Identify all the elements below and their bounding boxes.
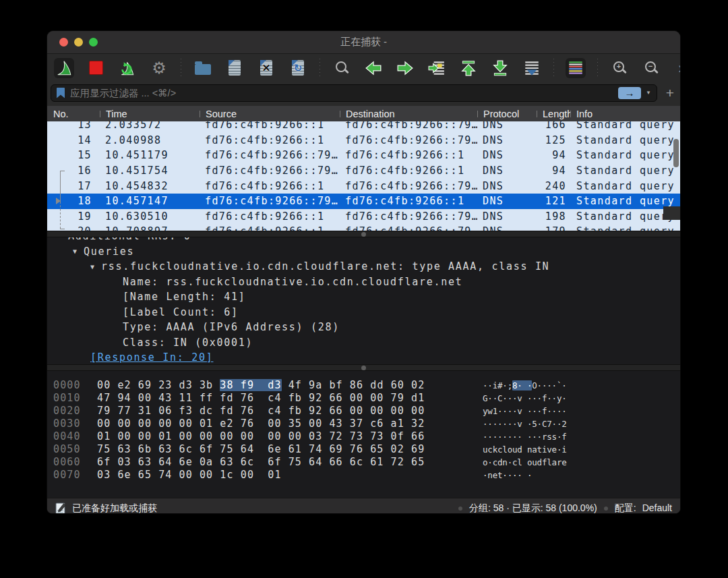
detail-tree-line[interactable]: ▼rss.fuckcloudnative.io.cdn.cloudflare.n… — [47, 259, 680, 274]
filter-input-box[interactable]: → ▼ — [51, 84, 657, 102]
column-header-time[interactable]: Time — [100, 109, 200, 119]
cell-dst: fd76:c4fb:9266::79… — [340, 121, 477, 131]
colorize-packets-button[interactable] — [566, 58, 586, 78]
cell-info: Standard query — [570, 180, 680, 192]
expander-triangle-icon[interactable]: ▼ — [73, 248, 77, 255]
column-header-length[interactable]: Length — [537, 109, 570, 119]
packet-row-18[interactable]: 1810.457147fd76:c4fb:9266::79…fd76:c4fb:… — [47, 194, 680, 209]
apply-filter-button[interactable]: → — [618, 87, 641, 99]
last-packet-button[interactable] — [490, 58, 510, 78]
find-packet-button[interactable] — [332, 58, 352, 78]
column-header-destination[interactable]: Destination — [340, 109, 477, 119]
colorize-icon — [567, 59, 584, 77]
add-filter-button[interactable]: + — [664, 86, 676, 100]
expert-info-notepad-icon[interactable] — [55, 502, 67, 515]
cell-proto: DNS — [477, 210, 537, 223]
close-document-icon: ✕ — [260, 60, 272, 76]
chevron-overflow-icon: » — [678, 60, 681, 76]
column-header-protocol[interactable]: Protocol — [477, 109, 537, 119]
detail-tree-line[interactable]: [Response In: 20] — [47, 350, 680, 364]
detail-tree-line[interactable]: Class: IN (0x0001) — [47, 335, 680, 351]
hex-offset: 0040 — [53, 430, 81, 442]
detail-tree-line[interactable]: ▼Queries — [47, 244, 680, 260]
cell-time: 10.451179 — [100, 149, 200, 161]
hex-dump-line-0000[interactable]: 000000 e2 69 23 d3 3b 38 f9 d3 4f 9a bf … — [47, 379, 680, 392]
restart-capture-button[interactable] — [117, 58, 138, 78]
column-header-info[interactable]: Info — [570, 109, 680, 119]
detail-text: rss.fuckcloudnative.io.cdn.cloudflare.ne… — [101, 260, 549, 272]
column-header-no[interactable]: No. — [47, 109, 100, 119]
detail-text: [Name Length: 41] — [123, 291, 245, 303]
packet-row-15[interactable]: 1510.451179fd76:c4fb:9266::79…fd76:c4fb:… — [47, 148, 680, 163]
detail-tree-line[interactable]: Type: AAAA (IPv6 Address) (28) — [47, 320, 680, 335]
cell-dst: fd76:c4fb:9266::1 — [340, 149, 477, 161]
packet-list-scrollbar-thumb[interactable] — [673, 139, 679, 167]
open-file-button[interactable] — [193, 58, 213, 78]
detail-text: [Label Count: 6] — [123, 306, 239, 318]
hex-dump-line-0050[interactable]: 005075 63 6b 63 6c 6f 75 64 6e 61 74 69 … — [47, 443, 680, 456]
detail-tree-line[interactable]: [Label Count: 6] — [47, 305, 680, 320]
previous-packet-button[interactable] — [363, 58, 384, 78]
column-header-source[interactable]: Source — [200, 109, 340, 119]
cell-dst: fd76:c4fb:9266::1 — [340, 165, 477, 177]
ascii-bytes: uckcloud native·i — [483, 444, 567, 455]
status-bar: 已准备好加载或捕获 分组: 58 · 已显示: 58 (100.0%) 配置: … — [47, 498, 680, 514]
toolbar-separator — [181, 59, 181, 78]
hex-dump-line-0070[interactable]: 007003 6e 65 74 00 00 1c 00 01·net···· · — [47, 469, 680, 482]
save-file-button[interactable] — [224, 58, 245, 78]
pane-splitter-bottom[interactable] — [47, 364, 680, 371]
display-filter-input[interactable] — [69, 87, 618, 99]
packet-row-14[interactable]: 142.040988fd76:c4fb:9266::1fd76:c4fb:926… — [47, 133, 680, 148]
response-in-link[interactable]: [Response In: 20] — [90, 351, 213, 364]
zoom-out-magnifier-icon: − — [644, 61, 659, 76]
filter-dropdown-caret-icon[interactable]: ▼ — [646, 90, 651, 96]
start-capture-button[interactable] — [54, 58, 74, 78]
packet-row-19[interactable]: 1910.630510fd76:c4fb:9266::1fd76:c4fb:92… — [47, 209, 680, 225]
cell-len: 166 — [537, 121, 570, 131]
cell-time: 2.040988 — [100, 134, 200, 146]
packet-row-16[interactable]: 1610.451754fd76:c4fb:9266::79…fd76:c4fb:… — [47, 163, 680, 179]
capture-options-button[interactable]: ⚙ — [149, 58, 169, 78]
ascii-bytes: ·······v ·5·C7··2 — [483, 419, 567, 429]
cell-len: 240 — [537, 180, 570, 192]
ascii-bytes: ··i#·;8· ·O····`· — [483, 380, 567, 391]
detail-tree-line[interactable]: Name: rss.fuckcloudnative.io.cdn.cloudfl… — [47, 274, 680, 290]
bookmark-icon[interactable] — [57, 88, 65, 98]
zoom-in-button[interactable]: + — [609, 58, 630, 78]
hex-dump-line-0040[interactable]: 004001 00 00 01 00 00 00 00 00 00 03 72 … — [47, 430, 680, 443]
detail-tree-line[interactable]: Additional RRs: 0 — [47, 237, 680, 244]
cell-dst: fd76:c4fb:9266::79… — [340, 134, 477, 146]
cell-time: 10.454832 — [100, 180, 200, 192]
cell-dst: fd76:c4fb:9266::79 — [340, 225, 477, 231]
next-packet-button[interactable] — [395, 58, 415, 78]
profile-value[interactable]: Default — [642, 502, 672, 515]
cell-proto: DNS — [477, 180, 537, 192]
hex-dump-line-0060[interactable]: 00606f 03 63 64 6e 0a 63 6c 6f 75 64 66 … — [47, 456, 680, 469]
packet-row-17[interactable]: 1710.454832fd76:c4fb:9266::1fd76:c4fb:92… — [47, 178, 680, 194]
hex-dump-line-0030[interactable]: 003000 00 00 00 00 01 e2 76 00 35 00 43 … — [47, 417, 680, 430]
cell-proto: DNS — [477, 165, 537, 177]
packet-row-20[interactable]: 2010.708897fd76:c4fb:9266::1fd76:c4fb:92… — [47, 224, 680, 231]
packet-row-13[interactable]: 132.033572fd76:c4fb:9266::1fd76:c4fb:926… — [47, 121, 680, 133]
hex-dump-line-0020[interactable]: 002079 77 31 06 f3 dc fd 76 c4 fb 92 66 … — [47, 405, 680, 417]
ascii-bytes: G··C···v ···f··y· — [483, 393, 567, 403]
stop-capture-button[interactable] — [86, 58, 106, 78]
ascii-bytes: yw1····v ···f···· — [483, 406, 567, 416]
packet-bytes-pane: 000000 e2 69 23 d3 3b 38 f9 d3 4f 9a bf … — [47, 371, 680, 498]
pane-splitter-top[interactable] — [47, 231, 680, 237]
first-packet-button[interactable] — [458, 58, 479, 78]
auto-scroll-button[interactable] — [522, 58, 542, 78]
cell-no: 20 — [47, 225, 100, 231]
go-to-packet-button[interactable] — [427, 58, 447, 78]
close-file-button[interactable]: ✕ — [256, 58, 276, 78]
cell-dst: fd76:c4fb:9266::79… — [340, 180, 477, 192]
expander-triangle-icon[interactable]: ▼ — [90, 263, 94, 270]
packet-detail-pane: Additional RRs: 0▼Queries▼rss.fuckcloudn… — [47, 237, 680, 364]
reload-file-button[interactable]: ↻ — [288, 58, 308, 78]
cell-len: 94 — [537, 149, 570, 161]
hex-dump-line-0010[interactable]: 001047 94 00 43 11 ff fd 76 c4 fb 92 66 … — [47, 392, 680, 405]
detail-tree-line[interactable]: [Name Length: 41] — [47, 289, 680, 305]
zoom-out-button[interactable]: − — [641, 58, 661, 78]
toolbar-overflow-button[interactable]: » — [673, 58, 681, 78]
cell-time: 2.033572 — [100, 121, 200, 131]
